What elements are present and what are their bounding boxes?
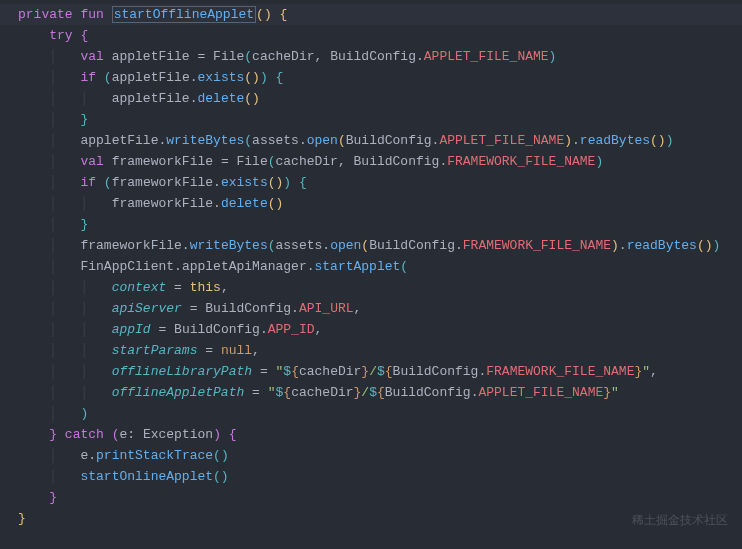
code-editor[interactable]: private fun startOfflineApplet() { try {… <box>0 4 742 529</box>
code-line: │ startOnlineApplet() <box>0 466 742 487</box>
code-line: │ │ startParams = null, <box>0 340 742 361</box>
code-line: │ │ offlineLibraryPath = "${cacheDir}/${… <box>0 361 742 382</box>
code-line: │ val frameworkFile = File(cacheDir, Bui… <box>0 151 742 172</box>
code-line: │ e.printStackTrace() <box>0 445 742 466</box>
code-line: │ │ context = this, <box>0 277 742 298</box>
code-line: │ if (frameworkFile.exists()) { <box>0 172 742 193</box>
code-line: │ │ appletFile.delete() <box>0 88 742 109</box>
code-line: │ frameworkFile.writeBytes(assets.open(B… <box>0 235 742 256</box>
code-line: │ │ appId = BuildConfig.APP_ID, <box>0 319 742 340</box>
watermark: 稀土掘金技术社区 <box>632 510 728 531</box>
code-line: } <box>0 508 742 529</box>
code-line: } <box>0 487 742 508</box>
code-line: │ │ frameworkFile.delete() <box>0 193 742 214</box>
code-line: │ if (appletFile.exists()) { <box>0 67 742 88</box>
code-line: private fun startOfflineApplet() { <box>0 4 742 25</box>
code-line: │ │ apiServer = BuildConfig.API_URL, <box>0 298 742 319</box>
code-line: try { <box>0 25 742 46</box>
code-line: │ │ offlineAppletPath = "${cacheDir}/${B… <box>0 382 742 403</box>
code-line: │ FinAppClient.appletApiManager.startApp… <box>0 256 742 277</box>
code-line: │ ) <box>0 403 742 424</box>
code-line: } catch (e: Exception) { <box>0 424 742 445</box>
code-line: │ } <box>0 214 742 235</box>
code-line: │ appletFile.writeBytes(assets.open(Buil… <box>0 130 742 151</box>
code-line: │ } <box>0 109 742 130</box>
code-line: │ val appletFile = File(cacheDir, BuildC… <box>0 46 742 67</box>
